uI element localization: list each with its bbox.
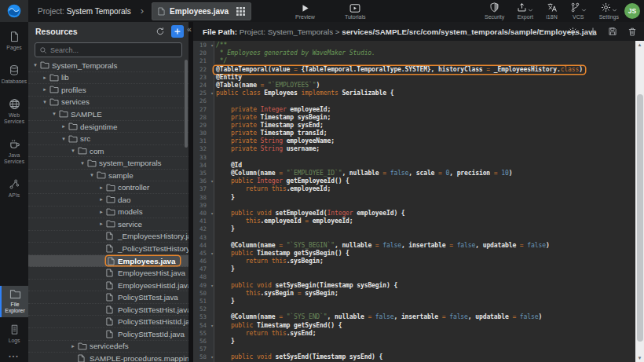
tree-folder-item[interactable]: ▸servicedefs — [28, 341, 188, 353]
sidebar-item-pages[interactable]: Pages — [0, 29, 28, 53]
tree-folder-item[interactable]: ▾com — [28, 145, 188, 158]
code-line[interactable]: 42 } — [193, 225, 635, 233]
sidebar-item-java-services[interactable]: Java Services — [0, 137, 28, 166]
code-line[interactable]: 43 — [193, 234, 635, 242]
tree-file-item[interactable]: EmployeesHistId.java — [28, 280, 188, 292]
chevron-right-icon[interactable]: ▸ — [97, 209, 106, 215]
more-options-icon[interactable]: ••• — [0, 350, 28, 360]
tutorials-button[interactable]: Tutorials — [345, 2, 366, 20]
vcs-button[interactable]: VCS — [570, 2, 587, 20]
chevron-down-icon[interactable]: ▾ — [40, 99, 49, 105]
i18n-button[interactable]: i18N — [546, 2, 557, 20]
code-line[interactable]: 40▾ public void setEmployeeId(Integer em… — [193, 210, 635, 218]
tree-file-item[interactable]: PolicySttTest.java — [28, 291, 188, 304]
tree-scrollbar[interactable] — [185, 60, 188, 148]
chevron-down-icon[interactable]: ▾ — [59, 136, 68, 142]
code-line[interactable]: 39 — [193, 202, 635, 210]
code-line[interactable]: 25▾public class Employees implements Ser… — [193, 90, 635, 97]
editor-scrollbar[interactable]: ▲ ▼ — [635, 41, 644, 362]
chevron-down-icon[interactable]: ▾ — [68, 148, 78, 154]
code-line[interactable]: 56 } — [193, 338, 635, 346]
refresh-icon[interactable] — [156, 27, 165, 36]
fold-arrow-icon[interactable]: ▾ — [208, 322, 216, 330]
code-line[interactable]: 27 private Integer employeeId; — [193, 106, 635, 114]
code-line[interactable]: 20 * Employees generated by WaveMaker St… — [193, 49, 635, 57]
delete-file-icon[interactable] — [628, 27, 637, 37]
tree-folder-item[interactable]: ▸controller — [28, 181, 188, 194]
sidebar-item-logs[interactable]: Logs — [0, 322, 28, 346]
code-line[interactable]: 41 this.employeeId = employeeId; — [193, 218, 635, 225]
tree-folder-item[interactable]: ▾src — [28, 133, 188, 145]
code-line[interactable]: 26 — [193, 97, 635, 105]
code-line[interactable]: 57 — [193, 346, 635, 353]
code-line[interactable]: 30 private Timestamp transId; — [193, 130, 635, 137]
code-line[interactable]: 58▾ public void setSysEnd(Timestamp sysE… — [193, 353, 635, 361]
code-line[interactable]: 19▾/** — [193, 42, 635, 49]
fold-arrow-icon[interactable]: ▾ — [208, 90, 216, 97]
sidebar-item-databases[interactable]: Databases — [0, 63, 28, 86]
code-line[interactable]: 24@Table(name = "`EMPLOYEES`") — [193, 82, 635, 90]
export-button[interactable]: Export — [517, 2, 533, 20]
code-line[interactable]: 28 private Timestamp sysBegin; — [193, 114, 635, 122]
code-line[interactable]: 49▾ public void setSysBegin(Timestamp sy… — [193, 282, 635, 290]
code-line[interactable]: 37 return this.employeeId; — [193, 185, 635, 193]
fold-arrow-icon[interactable]: ▾ — [208, 42, 216, 49]
code-line[interactable]: 48 — [193, 273, 635, 281]
tree-file-item[interactable]: _EmployeesHistory.java — [28, 231, 188, 243]
tree-file-item[interactable]: SAMPLE-procedures.mappings.json — [28, 353, 188, 362]
code-line[interactable]: 35 @Column(name = "`EMPLOYEE_ID`", nulla… — [193, 170, 635, 177]
chevron-down-icon[interactable]: ▾ — [49, 111, 59, 117]
tree-folder-item[interactable]: ▸lib — [28, 72, 188, 85]
chevron-right-icon[interactable]: ▸ — [97, 196, 106, 203]
chevron-right-icon[interactable]: ▸ — [97, 185, 106, 191]
tree-folder-item[interactable]: ▾sample — [28, 170, 188, 182]
user-avatar[interactable]: JS — [624, 3, 640, 19]
tree-file-item[interactable]: PolicySttTestId.java — [28, 328, 188, 341]
fold-arrow-icon[interactable]: ▾ — [208, 177, 216, 185]
chevron-down-icon[interactable]: ▾ — [87, 172, 97, 178]
settings-gear-icon[interactable] — [568, 27, 578, 37]
code-line[interactable]: 45▾ public Timestamp getSysBegin() { — [193, 250, 635, 258]
code-editor[interactable]: 19▾/**20 * Employees generated by WaveMa… — [193, 41, 644, 362]
code-line[interactable]: 31 private String employeeName; — [193, 137, 635, 145]
download-file-icon[interactable] — [588, 27, 598, 36]
code-line[interactable]: 44 @Column(name = "`SYS_BEGIN`", nullabl… — [193, 242, 635, 250]
code-line[interactable]: 32 private String username; — [193, 145, 635, 153]
code-line[interactable]: 23@Entity — [193, 74, 635, 82]
preview-button[interactable]: Preview — [295, 2, 315, 20]
tree-folder-item[interactable]: ▸service — [28, 218, 188, 231]
code-line[interactable]: 53 @Column(name = "`SYS_END`", nullable … — [193, 313, 635, 321]
tree-file-item[interactable]: EmployeesHist.java — [28, 267, 188, 280]
wavemaker-logo-icon[interactable] — [0, 0, 28, 22]
tree-file-item[interactable]: PolicySttTestHist.java — [28, 304, 188, 316]
tree-folder-item[interactable]: ▸profiles — [28, 84, 188, 97]
chevron-right-icon[interactable]: ▸ — [59, 123, 68, 130]
code-line[interactable]: 46 return this.sysBegin; — [193, 258, 635, 265]
file-tab[interactable]: Employees.java — [152, 2, 251, 20]
tree-folder-item[interactable]: ▸models — [28, 207, 188, 219]
collapse-panel-button[interactable]: « — [185, 24, 193, 35]
tree-folder-item[interactable]: ▾SAMPLE — [28, 108, 188, 121]
code-line[interactable]: 50 this.sysBegin = sysBegin; — [193, 290, 635, 298]
search-input[interactable]: Search... — [35, 42, 182, 57]
scroll-up-icon[interactable]: ▲ — [635, 41, 644, 49]
grid-icon[interactable] — [236, 7, 245, 16]
tree-file-item[interactable]: Employees.java — [28, 255, 188, 268]
save-file-icon[interactable] — [608, 27, 617, 36]
chevron-down-icon[interactable]: ▾ — [31, 62, 40, 68]
code-line[interactable]: 36▾ public Integer getEmployeeId() { — [193, 177, 635, 185]
code-line[interactable]: 51 } — [193, 298, 635, 305]
code-lines[interactable]: 19▾/**20 * Employees generated by WaveMa… — [193, 42, 635, 362]
code-line[interactable]: 38 } — [193, 194, 635, 202]
add-resource-button[interactable] — [171, 25, 184, 38]
code-line[interactable]: 34 @Id — [193, 162, 635, 170]
fold-arrow-icon[interactable]: ▾ — [208, 353, 216, 361]
tree-folder-item[interactable]: ▸dao — [28, 194, 188, 207]
sidebar-item-file-explorer[interactable]: File Explorer — [0, 286, 28, 317]
tree-folder-item[interactable]: ▾services — [28, 97, 188, 109]
fold-arrow-icon[interactable]: ▾ — [208, 250, 216, 258]
scrollbar-thumb[interactable] — [637, 94, 643, 342]
code-line[interactable]: 47 } — [193, 265, 635, 273]
code-line[interactable]: 29 private Timestamp sysEnd; — [193, 122, 635, 130]
sidebar-item-web-services[interactable]: Web Services — [0, 97, 28, 126]
